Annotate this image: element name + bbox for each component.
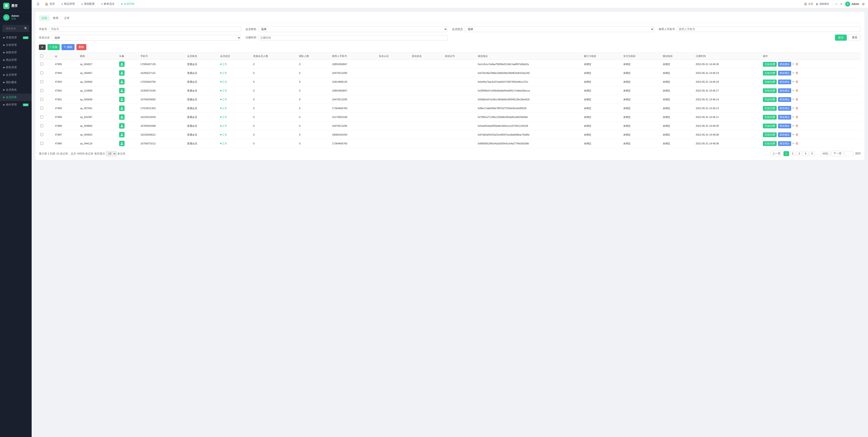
cell-actions-9[interactable]: 充值/扣费 赠送赠品 ✏ 🗑 [762,139,861,148]
page-size-select[interactable]: 10 20 50 [106,151,117,156]
cell-actions-2[interactable]: 充值/扣费 赠送赠品 ✏ 🗑 [762,77,861,86]
reset-button[interactable]: 重置 [848,34,861,41]
row-edit-button-2[interactable]: ✏ [792,80,795,83]
maximize-icon[interactable]: ⤢ [835,2,837,6]
sidebar-item-category-mgmt[interactable]: 分类管理 [0,41,32,49]
sidebar-item-regular-mgmt[interactable]: 常规管理 new [0,34,32,41]
cell-actions-8[interactable]: 充值/扣费 赠送赠品 ✏ 🗑 [762,130,861,139]
row-del-button-9[interactable]: 🗑 [796,142,798,145]
sidebar-item-member-list[interactable]: 会员列表 [0,94,32,101]
row-checkbox-9[interactable] [39,139,54,148]
charge-button-3[interactable]: 充值/扣费 [763,88,777,93]
clear-cache-button[interactable]: 🗑 清除缓存 [816,2,829,6]
row-edit-button-5[interactable]: ✏ [792,106,795,110]
sidebar-item-finance-mgmt[interactable]: 财务管理 [0,64,32,71]
row-check[interactable] [40,89,43,92]
sidebar-item-permission-mgmt[interactable]: 权限管理 › [0,49,32,56]
settings-icon[interactable]: ⚙ [862,2,865,6]
row-checkbox-7[interactable] [39,122,54,130]
row-checkbox-0[interactable] [39,60,54,69]
home-button[interactable]: 🏠 主页 [804,2,813,6]
sidebar-item-team-circle[interactable]: 团队圈道 [0,79,32,86]
filter-tab-2[interactable]: 正常 [61,15,72,21]
row-edit-button-8[interactable]: ✏ [792,133,795,136]
return-button-0[interactable]: 赠送赠品 [778,62,791,67]
edit-button[interactable]: ✎ 编辑 [61,44,74,50]
search-input[interactable] [4,26,24,31]
charge-button-1[interactable]: 充值/扣费 [763,71,777,75]
charge-button-4[interactable]: 充值/扣费 [763,97,777,102]
phone-input[interactable] [49,26,241,32]
topbar-tab-1[interactable]: 商品管理 [58,1,78,7]
row-del-button-2[interactable]: 🗑 [796,80,798,83]
cell-actions-3[interactable]: 充值/扣费 赠送赠品 ✏ 🗑 [762,86,861,95]
row-check[interactable] [40,98,43,101]
add-button[interactable]: + 法加 [48,44,60,50]
refresh-button[interactable]: ⟳ [39,44,46,50]
row-edit-button-1[interactable]: ✏ [792,71,795,74]
row-del-button-0[interactable]: 🗑 [796,62,798,66]
row-edit-button-9[interactable]: ✏ [792,142,795,145]
topbar-tab-4[interactable]: 会员列表 [118,1,138,7]
row-edit-button-3[interactable]: ✏ [792,89,795,92]
row-check[interactable] [40,133,43,136]
page-button-1[interactable]: 1 [783,151,789,156]
charge-button-6[interactable]: 充值/扣费 [763,115,777,120]
last-page-button[interactable]: 4451 [820,151,831,156]
next-page-button[interactable]: 下一页 [831,151,844,156]
filter-tab-1[interactable]: 禁用 [50,15,61,21]
charge-button-7[interactable]: 充值/扣费 [763,124,777,128]
return-button-1[interactable]: 赠送赠品 [778,71,791,75]
realname-select[interactable]: 选择 [52,35,241,41]
row-del-button-1[interactable]: 🗑 [796,71,798,74]
role-select[interactable]: 选择 [258,26,447,32]
row-check[interactable] [40,63,43,65]
row-check[interactable] [40,80,43,83]
row-checkbox-6[interactable] [39,113,54,122]
prev-page-button[interactable]: 上一页 [770,151,782,156]
return-button-2[interactable]: 赠送赠品 [778,80,791,84]
row-checkbox-1[interactable] [39,69,54,77]
row-checkbox-4[interactable] [39,95,54,104]
row-check[interactable] [40,71,43,74]
cell-actions-4[interactable]: 充值/扣费 赠送赠品 ✏ 🗑 [762,95,861,104]
return-button-5[interactable]: 赠送赠品 [778,106,791,111]
row-check[interactable] [40,142,43,145]
row-del-button-3[interactable]: 🗑 [796,89,798,92]
row-check[interactable] [40,124,43,127]
cell-actions-0[interactable]: 充值/扣费 赠送赠品 ✏ 🗑 [762,60,861,69]
row-del-button-4[interactable]: 🗑 [796,98,798,101]
row-del-button-8[interactable]: 🗑 [796,133,798,136]
topbar-tab-2[interactable]: 系统配置 [78,1,98,7]
row-del-button-7[interactable]: 🗑 [796,124,798,127]
referrer-input[interactable] [677,26,861,32]
row-checkbox-3[interactable] [39,86,54,95]
return-button-6[interactable]: 赠送赠品 [778,115,791,120]
row-del-button-5[interactable]: 🗑 [796,106,798,110]
row-edit-button-7[interactable]: ✏ [792,124,795,127]
page-button-4[interactable]: 4 [803,151,809,156]
menu-toggle-button[interactable]: ☰ [35,1,41,7]
charge-button-5[interactable]: 充值/扣费 [763,106,777,111]
regtime-input[interactable] [258,35,447,40]
sidebar-item-member-mgmt[interactable]: 会员管理 › [0,71,32,79]
select-all-checkbox[interactable] [40,55,43,57]
topbar-tab-0[interactable]: 🏠首页 [42,1,58,7]
close-icon[interactable]: ✕ [840,2,842,6]
delete-button[interactable]: 删除 [76,44,86,50]
jump-page-input[interactable] [844,151,854,156]
filter-tab-0[interactable]: 全部 [39,15,50,21]
status-select[interactable]: 选择 [465,26,654,32]
page-button-3[interactable]: 3 [796,151,802,156]
page-button-5[interactable]: 5 [809,151,815,156]
search-box[interactable]: 🔍 [0,23,32,34]
return-button-7[interactable]: 赠送赠品 [778,124,791,128]
cell-actions-5[interactable]: 充值/扣费 赠送赠品 ✏ 🗑 [762,104,861,113]
charge-button-2[interactable]: 充值/扣费 [763,80,777,84]
row-checkbox-8[interactable] [39,130,54,139]
cell-actions-6[interactable]: 充值/扣费 赠送赠品 ✏ 🗑 [762,113,861,122]
sidebar-item-product-mgmt[interactable]: 商品管理 [0,56,32,64]
charge-button-8[interactable]: 充值/扣费 [763,132,777,137]
row-edit-button-0[interactable]: ✏ [792,62,795,66]
row-del-button-6[interactable]: 🗑 [796,115,798,119]
